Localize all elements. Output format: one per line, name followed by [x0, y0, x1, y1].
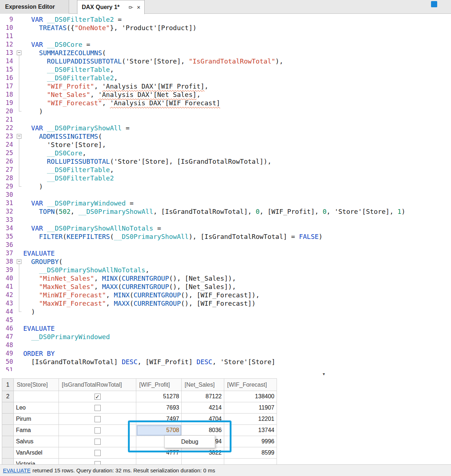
- wif-forecast-cell[interactable]: 8599: [224, 447, 277, 459]
- store-cell[interactable]: [14, 391, 59, 402]
- code-line[interactable]: 44 ): [0, 308, 451, 316]
- fold-margin: [15, 333, 23, 341]
- code-line[interactable]: 39 __DS0PrimaryShowAllNoTotals,: [0, 266, 451, 274]
- code-line[interactable]: 15 __DS0FilterTable,: [0, 65, 451, 74]
- checkbox-unchecked[interactable]: [94, 450, 101, 456]
- store-cell[interactable]: VanArsdel: [14, 447, 59, 459]
- code-line[interactable]: 29 ): [0, 182, 451, 191]
- code-line[interactable]: 51: [0, 366, 451, 371]
- code-line[interactable]: 42 "MinWIF_Forecast", MINX(CURRENTGROUP(…: [0, 291, 451, 299]
- wif-profit-cell[interactable]: 7497: [136, 414, 182, 425]
- code-line[interactable]: 14 ROLLUPADDISSUBTOTAL('Store'[Store], "…: [0, 57, 451, 65]
- code-line[interactable]: 38− GROUPBY(: [0, 257, 451, 266]
- pane-splitter[interactable]: ▾: [0, 371, 451, 378]
- code-line[interactable]: 48: [0, 341, 451, 349]
- net-sales-cell[interactable]: 8036: [182, 425, 224, 436]
- code-line[interactable]: 21: [0, 115, 451, 124]
- fold-collapse-icon[interactable]: −: [17, 134, 21, 139]
- wif-forecast-cell[interactable]: 11907: [224, 402, 277, 414]
- net-sales-cell[interactable]: 4704: [182, 414, 224, 425]
- checkbox-checked[interactable]: ✓: [94, 394, 101, 400]
- store-cell[interactable]: Salvus: [14, 436, 59, 447]
- code-line[interactable]: 26 ROLLUPISSUBTOTAL('Store'[Store], [IsG…: [0, 157, 451, 166]
- grand-total-cell: [59, 402, 136, 414]
- code-line[interactable]: 47 __DS0PrimaryWindowed: [0, 333, 451, 341]
- checkbox-unchecked[interactable]: [94, 439, 101, 445]
- code-text: 'Store'[Store],: [23, 141, 106, 149]
- fold-margin: [15, 15, 23, 24]
- code-line[interactable]: 40 "MinNet_Sales", MINX(CURRENTGROUP(), …: [0, 274, 451, 282]
- code-line[interactable]: 20 ): [0, 107, 451, 115]
- wif-profit-cell[interactable]: 51278: [136, 391, 182, 402]
- fold-collapse-icon[interactable]: −: [17, 259, 21, 264]
- pin-icon[interactable]: [128, 5, 134, 10]
- code-line[interactable]: 32 TOPN(502, __DS0PrimaryShowAll, [IsGra…: [0, 207, 451, 216]
- code-line[interactable]: 30: [0, 191, 451, 199]
- code-line[interactable]: 34 VAR __DS0PrimaryShowAllNoTotals =: [0, 224, 451, 232]
- close-icon[interactable]: ✕: [137, 5, 141, 10]
- window-icon[interactable]: [431, 1, 437, 7]
- store-cell[interactable]: Pirum: [14, 414, 59, 425]
- net-sales-cell[interactable]: 3822: [182, 447, 224, 459]
- code-line[interactable]: 43 "MaxWIF_Forecast", MAXX(CURRENTGROUP(…: [0, 299, 451, 308]
- net-sales-cell[interactable]: 4214: [182, 402, 224, 414]
- code-line[interactable]: 22 VAR __DS0PrimaryShowAll =: [0, 124, 451, 132]
- dax-code-editor[interactable]: 9 VAR __DS0FilterTable2 =10 TREATAS({"On…: [0, 14, 451, 371]
- wif-forecast-cell[interactable]: 13744: [224, 425, 277, 436]
- code-line[interactable]: 36: [0, 241, 451, 249]
- column-header[interactable]: Store[Store]: [14, 379, 59, 391]
- code-line[interactable]: 37EVALUATE: [0, 249, 451, 257]
- wif-profit-cell[interactable]: 4777: [136, 447, 182, 459]
- code-line[interactable]: 31 VAR __DS0PrimaryWindowed =: [0, 199, 451, 207]
- code-line[interactable]: 18 "Net_Sales", 'Analysis DAX'[Net Sales…: [0, 90, 451, 99]
- code-line[interactable]: 19 "WIF_Forecast", 'Analysis DAX'[WIF Fo…: [0, 99, 451, 107]
- code-line[interactable]: 16 __DS0FilterTable2,: [0, 74, 451, 82]
- code-line[interactable]: 9 VAR __DS0FilterTable2 =: [0, 15, 451, 24]
- wif-profit-cell[interactable]: 5708: [136, 425, 182, 436]
- wif-profit-cell[interactable]: 7693: [136, 402, 182, 414]
- code-line[interactable]: 13− SUMMARIZECOLUMNS(: [0, 49, 451, 57]
- column-header[interactable]: [WIF_Profit]: [136, 379, 182, 391]
- code-line[interactable]: 23− ADDMISSINGITEMS(: [0, 132, 451, 141]
- checkbox-unchecked[interactable]: [94, 427, 101, 434]
- debug-button[interactable]: Debug: [164, 435, 215, 448]
- code-line[interactable]: 12 VAR __DS0Core =: [0, 40, 451, 49]
- code-line[interactable]: 11: [0, 32, 451, 40]
- code-line[interactable]: 17 "WIF_Profit", 'Analysis DAX'[WIF Prof…: [0, 82, 451, 90]
- column-header[interactable]: [WIF_Forecast]: [224, 379, 277, 391]
- collapse-results-icon[interactable]: ▾: [323, 371, 325, 377]
- evaluate-link[interactable]: EVALUATE: [3, 467, 31, 473]
- line-number: 24: [0, 141, 15, 149]
- store-cell[interactable]: Leo: [14, 402, 59, 414]
- fold-collapse-icon[interactable]: −: [17, 50, 21, 55]
- wif-forecast-cell[interactable]: 12201: [224, 414, 277, 425]
- code-line[interactable]: 24 'Store'[Store],: [0, 141, 451, 149]
- code-line[interactable]: 46EVALUATE: [0, 324, 451, 333]
- line-number: 36: [0, 241, 15, 249]
- code-line[interactable]: 35 FILTER(KEEPFILTERS(__DS0PrimaryShowAl…: [0, 232, 451, 241]
- table-row: Fama5708803613744: [2, 425, 277, 436]
- code-line[interactable]: 28 __DS0FilterTable2: [0, 174, 451, 182]
- column-header[interactable]: [IsGrandTotalRowTotal]: [59, 379, 136, 391]
- code-line[interactable]: 49ORDER BY: [0, 349, 451, 358]
- code-line[interactable]: 41 "MaxNet_Sales", MAXX(CURRENTGROUP(), …: [0, 282, 451, 291]
- code-line[interactable]: 45: [0, 316, 451, 324]
- column-header[interactable]: [Net_Sales]: [182, 379, 224, 391]
- code-text: VAR __DS0PrimaryShowAll =: [23, 124, 130, 132]
- checkbox-unchecked[interactable]: [94, 416, 101, 422]
- code-text: ROLLUPISSUBTOTAL('Store'[Store], [IsGran…: [23, 157, 271, 166]
- tab-dax-query-1[interactable]: DAX Query 1* ✕: [77, 0, 145, 14]
- tab-expression-editor[interactable]: Expression Editor: [0, 0, 69, 14]
- wif-forecast-cell[interactable]: 9996: [224, 436, 277, 447]
- wif-forecast-cell[interactable]: 138400: [224, 391, 277, 402]
- net-sales-cell[interactable]: 87122: [182, 391, 224, 402]
- store-cell[interactable]: Fama: [14, 425, 59, 436]
- code-lines: 9 VAR __DS0FilterTable2 =10 TREATAS({"On…: [0, 14, 451, 371]
- code-line[interactable]: 25 __DS0Core,: [0, 149, 451, 157]
- line-number: 28: [0, 174, 15, 182]
- code-line[interactable]: 10 TREATAS({"OneNote"}, 'Product'[Produc…: [0, 24, 451, 32]
- code-line[interactable]: 33: [0, 216, 451, 224]
- checkbox-unchecked[interactable]: [94, 405, 101, 411]
- code-line[interactable]: 27 __DS0FilterTable,: [0, 166, 451, 174]
- code-line[interactable]: 50 [IsGrandTotalRowTotal] DESC, [WIF_Pro…: [0, 358, 451, 366]
